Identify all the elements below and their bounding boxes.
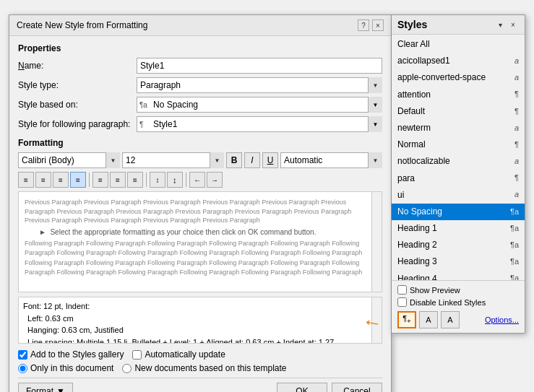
add-to-gallery-checkbox[interactable]: Add to the Styles gallery — [18, 349, 124, 360]
styles-panel-title: Styles — [397, 19, 427, 30]
description-scrollbar[interactable] — [371, 297, 382, 343]
align-right-button[interactable]: ≡ — [53, 172, 69, 188]
style-based-select[interactable]: No Spacing — [137, 97, 382, 113]
bold-button[interactable]: B — [226, 152, 242, 168]
style-name: notlocalizable — [397, 154, 512, 168]
titlebar-controls: ? × — [358, 19, 384, 31]
auto-update-input[interactable] — [132, 350, 142, 360]
style-item-heading2[interactable]: Heading 2 ¶a — [392, 237, 525, 253]
style-item-default[interactable]: Default ¶ — [392, 103, 525, 120]
style-type-indicator: ¶a — [510, 206, 519, 219]
indent-increase-button[interactable]: → — [207, 172, 223, 188]
toolbar-separator-1 — [89, 173, 90, 187]
preview-area: Previous Paragraph Previous Paragraph Pr… — [18, 191, 382, 292]
new-docs-label: New documents based on this template — [134, 363, 286, 373]
indent-decrease-button[interactable]: ← — [189, 172, 205, 188]
toolbar-separator-2 — [146, 173, 147, 187]
ok-button[interactable]: OK — [277, 383, 327, 392]
style-based-select-wrapper: ¶a No Spacing ▼ — [137, 97, 382, 113]
name-label: Name: — [18, 61, 134, 71]
style-type-indicator: ¶ — [514, 105, 519, 118]
only-in-doc-input[interactable] — [18, 364, 27, 373]
style-following-select-wrapper: ¶ Style1 ▼ — [137, 116, 382, 132]
color-select[interactable]: Automatic — [280, 152, 382, 168]
style-based-row: Style based on: ¶a No Spacing ▼ — [18, 97, 382, 113]
name-input[interactable] — [137, 58, 382, 74]
align-right2-button[interactable]: ≡ — [127, 172, 143, 188]
style-type-indicator: ¶ — [514, 139, 519, 152]
description-area: Font: 12 pt, Indent: Left: 0.63 cm Hangi… — [18, 297, 382, 344]
styles-panel: Styles ▾ × Clear All acicollapsed1 a app… — [392, 14, 525, 334]
align-center-button[interactable]: ≡ — [35, 172, 51, 188]
add-to-gallery-input[interactable] — [18, 350, 27, 360]
show-preview-checkbox[interactable]: Show Preview — [397, 285, 519, 295]
dialog-body: Properties Name: Style type: Paragraph ▼… — [9, 36, 391, 392]
align-left2-button[interactable]: ≡ — [92, 172, 108, 188]
font-select-wrapper: Calibri (Body) ▼ — [18, 152, 120, 168]
italic-button[interactable]: I — [244, 152, 260, 168]
style-item-heading4[interactable]: Heading 4 ¶a — [392, 271, 525, 280]
style-item-heading1[interactable]: Heading 1 ¶a — [392, 220, 525, 237]
style-item-normal[interactable]: Normal ¶ — [392, 136, 525, 153]
formatting-toolbar: Calibri (Body) ▼ 12 ▼ B I U — [18, 152, 382, 168]
formatting-label: Formatting — [18, 138, 382, 148]
disable-linked-checkbox[interactable]: Disable Linked Styles — [397, 297, 519, 307]
styles-titlebar: Styles ▾ × — [392, 15, 525, 35]
align-toolbar: ≡ ≡ ≡ ≡ ≡ ≡ ≡ ↕ ↨ ← → — [18, 172, 382, 188]
preview-scrollbar[interactable] — [371, 192, 382, 292]
style-item-no-spacing[interactable]: No Spacing ¶a — [392, 204, 525, 220]
style-name: Heading 4 — [397, 272, 507, 280]
style-item-notlocalizable[interactable]: notlocalizable a — [392, 153, 525, 170]
style-item-attention[interactable]: attention ¶ — [392, 87, 525, 103]
style-type-indicator: a — [514, 155, 519, 168]
disable-linked-label: Disable Linked Styles — [410, 298, 486, 307]
style-type-indicator: ¶a — [510, 272, 519, 280]
style-name: para — [397, 172, 512, 186]
auto-update-label: Automatically update — [145, 349, 225, 360]
style-type-indicator: a — [514, 71, 519, 84]
ok-cancel-group: OK Cancel — [277, 383, 382, 392]
new-docs-radio[interactable]: New documents based on this template — [122, 363, 286, 373]
paragraph-spacing-button[interactable]: ↨ — [167, 172, 183, 188]
only-in-doc-radio[interactable]: Only in this document — [18, 363, 113, 373]
fontsize-select[interactable]: 12 — [122, 152, 224, 168]
underline-button[interactable]: U — [262, 152, 278, 168]
style-name: Heading 3 — [397, 255, 507, 269]
options-link[interactable]: Options... — [485, 315, 519, 324]
align-left-button[interactable]: ≡ — [18, 172, 34, 188]
options-row-1: Add to the Styles gallery Automatically … — [18, 349, 382, 360]
cancel-button[interactable]: Cancel — [332, 383, 382, 392]
clear-all-label: Clear All — [397, 39, 430, 49]
font-select[interactable]: Calibri (Body) — [18, 152, 120, 168]
style-following-label: Style for following paragraph: — [18, 119, 134, 129]
line-spacing-button[interactable]: ↕ — [150, 172, 165, 188]
show-preview-input[interactable] — [397, 285, 407, 295]
help-button[interactable]: ? — [358, 19, 369, 31]
close-button[interactable]: × — [372, 19, 384, 31]
new-style-icon: ¶+ — [402, 314, 410, 325]
styles-close-button[interactable]: × — [507, 19, 519, 30]
disable-linked-input[interactable] — [397, 297, 407, 307]
style-item-heading3[interactable]: Heading 3 ¶a — [392, 253, 525, 270]
style-item-clear-all[interactable]: Clear All — [392, 36, 525, 53]
style-type-indicator: a — [514, 188, 519, 201]
style-item-ui[interactable]: ui a — [392, 187, 525, 204]
style-item-newterm[interactable]: newterm a — [392, 120, 525, 136]
style-item-para[interactable]: para ¶ — [392, 170, 525, 187]
style-following-select[interactable]: Style1 — [137, 116, 382, 132]
inspect-style-button[interactable]: A — [419, 311, 438, 328]
inspect-icon: A — [426, 315, 431, 324]
new-style-button[interactable]: ¶+ — [397, 311, 416, 328]
align-center2-button[interactable]: ≡ — [110, 172, 126, 188]
styles-footer: Show Preview Disable Linked Styles ¶+ A … — [392, 280, 525, 333]
new-docs-input[interactable] — [122, 364, 132, 373]
styles-pin-button[interactable]: ▾ — [494, 19, 506, 30]
align-justify-button[interactable]: ≡ — [70, 172, 86, 188]
description-text: Font: 12 pt, Indent: Left: 0.63 cm Hangi… — [23, 300, 377, 344]
style-item-apple-converted[interactable]: apple-converted-space a — [392, 69, 525, 86]
manage-styles-button[interactable]: A — [441, 311, 460, 328]
style-item-acicollapsed1[interactable]: acicollapsed1 a — [392, 53, 525, 69]
style-type-select[interactable]: Paragraph — [137, 77, 382, 93]
auto-update-checkbox[interactable]: Automatically update — [132, 349, 225, 360]
format-button[interactable]: Format ▼ — [18, 383, 73, 392]
